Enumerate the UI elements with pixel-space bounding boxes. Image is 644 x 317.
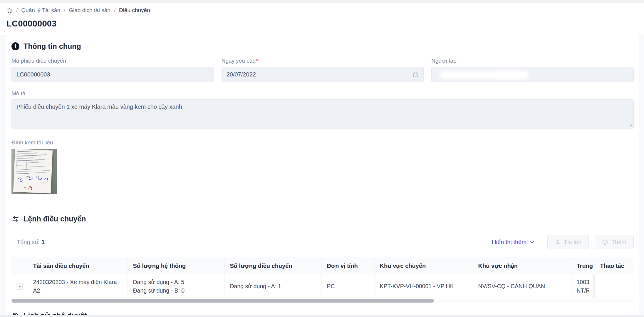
horizontal-scrollbar[interactable]: [11, 299, 634, 303]
system-qty-line1: Đang sử dụng - A: 5: [133, 278, 219, 286]
info-circle-icon: i: [11, 42, 19, 50]
request-date-label-text: Ngày yêu cầu: [222, 58, 256, 64]
upload-icon: [555, 239, 561, 245]
expand-cell: +: [11, 275, 28, 298]
description-text: Phiếu điều chuyển 1 xe máy Klara màu vàn…: [16, 104, 182, 110]
breadcrumb-link-asset-management[interactable]: Quản lý Tài sản: [21, 7, 60, 14]
upload-button-label: Tải lên: [564, 239, 581, 246]
resize-handle-icon[interactable]: [628, 121, 632, 128]
cell-asset: 2420320203 - Xe máy điện Klara A2: [28, 275, 128, 298]
creator-input-box: [431, 67, 634, 82]
show-more-dropdown[interactable]: Hiển thị thêm: [492, 239, 534, 246]
transfer-code-label: Mã phiếu điều chuyển: [11, 58, 214, 64]
request-date-label: Ngày yêu cầu*: [222, 58, 424, 64]
description-textarea[interactable]: Phiếu điều chuyển 1 xe máy Klara màu vàn…: [11, 99, 634, 129]
cell-unit: PC: [321, 275, 374, 298]
center-line2: NT/RSBY/V/I: [577, 286, 589, 295]
top-edge-strip: [0, 0, 644, 3]
cell-actions: [595, 275, 634, 298]
attachment-thumbnail[interactable]: [11, 149, 57, 194]
breadcrumb: / Quản lý Tài sản / Giao dịch tài sản / …: [6, 6, 644, 15]
transfer-code-input[interactable]: [16, 71, 209, 78]
col-actions: Thao tác: [595, 257, 634, 275]
home-icon[interactable]: [6, 7, 13, 14]
col-system-qty: Số lượng hệ thống: [128, 257, 224, 275]
transfer-orders-table: Tài sản điều chuyển Số lượng hệ thống Số…: [11, 257, 634, 298]
add-button-label: Thêm: [611, 239, 626, 246]
field-transfer-code: Mã phiếu điều chuyển: [11, 58, 214, 82]
attachments-label: Đính kèm tài liệu: [11, 139, 634, 146]
section-transfer-orders-title: Lệnh điều chuyển: [24, 215, 86, 223]
section-general-info: i Thông tin chung: [11, 42, 634, 51]
general-info-form: Mã phiếu điều chuyển Ngày yêu cầu* Người…: [11, 58, 634, 82]
cell-center: 1003014102 NT/RSBY/V/I: [571, 275, 595, 298]
breadcrumb-separator: /: [16, 7, 18, 14]
col-expand: [11, 257, 28, 275]
col-unit: Đơn vị tính: [321, 257, 374, 275]
scrollbar-thumb[interactable]: [11, 299, 434, 303]
page-title: LC00000003: [6, 19, 644, 29]
system-qty-line2: Đang sử dụng - B: 0: [133, 286, 219, 295]
attachment-signatures: [11, 149, 57, 194]
add-button[interactable]: Thêm: [595, 235, 634, 249]
cell-from-area: KPT-KVP-VH-00001 - VP HK: [374, 275, 473, 298]
swap-icon: [11, 215, 19, 223]
field-creator: Người tạo: [431, 58, 634, 82]
detail-card: i Thông tin chung Mã phiếu điều chuyển N…: [6, 35, 639, 317]
col-center: Trung tâm: [571, 257, 595, 275]
redacted-value-blur: [493, 71, 529, 79]
field-request-date: Ngày yêu cầu*: [222, 58, 424, 82]
total-count-value: 1: [41, 239, 45, 245]
request-date-input[interactable]: [227, 71, 410, 78]
table-controls-row: Tổng số:1 Hiển thị thêm Tải lên Thêm: [11, 235, 634, 249]
plus-circle-icon: [602, 239, 608, 245]
total-count-label: Tổng số:: [17, 239, 40, 245]
request-date-picker[interactable]: [222, 67, 424, 82]
cell-system-qty: Đang sử dụng - A: 5 Đang sử dụng - B: 0: [128, 275, 224, 298]
breadcrumb-separator: /: [64, 7, 65, 14]
transfer-code-input-box: [11, 67, 214, 82]
section-general-info-title: Thông tin chung: [24, 42, 81, 51]
bottom-edge-strip: [0, 315, 644, 317]
breadcrumb-link-asset-transactions[interactable]: Giao dịch tài sản: [69, 7, 110, 14]
section-transfer-orders: Lệnh điều chuyển: [11, 215, 634, 223]
col-from-area: Khu vực chuyển: [374, 257, 473, 275]
center-line1: 1003014102: [577, 278, 589, 286]
required-mark: *: [256, 58, 258, 64]
calendar-icon[interactable]: [412, 71, 419, 78]
col-to-area: Khu vực nhận: [473, 257, 571, 275]
table-header-row: Tài sản điều chuyển Số lượng hệ thống Số…: [11, 257, 634, 275]
cell-to-area: NV/SV-CQ - CẢNH QUAN: [473, 275, 571, 298]
page-header: / Quản lý Tài sản / Giao dịch tài sản / …: [0, 3, 644, 35]
field-description: Mô tả Phiếu điều chuyển 1 xe máy Klara m…: [11, 90, 634, 129]
description-label: Mô tả: [11, 90, 634, 97]
chevron-down-icon: [530, 240, 534, 244]
total-count: Tổng số:1: [17, 239, 45, 246]
show-more-label: Hiển thị thêm: [492, 239, 526, 246]
table-row: + 2420320203 - Xe máy điện Klara A2 Đang…: [11, 275, 634, 298]
col-asset: Tài sản điều chuyển: [28, 257, 128, 275]
creator-label: Người tạo: [431, 58, 634, 64]
col-transfer-qty: Số lượng điều chuyển: [224, 257, 321, 275]
breadcrumb-current: Điều chuyển: [119, 7, 150, 14]
upload-button[interactable]: Tải lên: [547, 235, 589, 249]
cell-transfer-qty: Đang sử dụng - A: 1: [224, 275, 321, 298]
row-expand-button[interactable]: +: [16, 283, 23, 290]
breadcrumb-separator: /: [114, 7, 115, 14]
